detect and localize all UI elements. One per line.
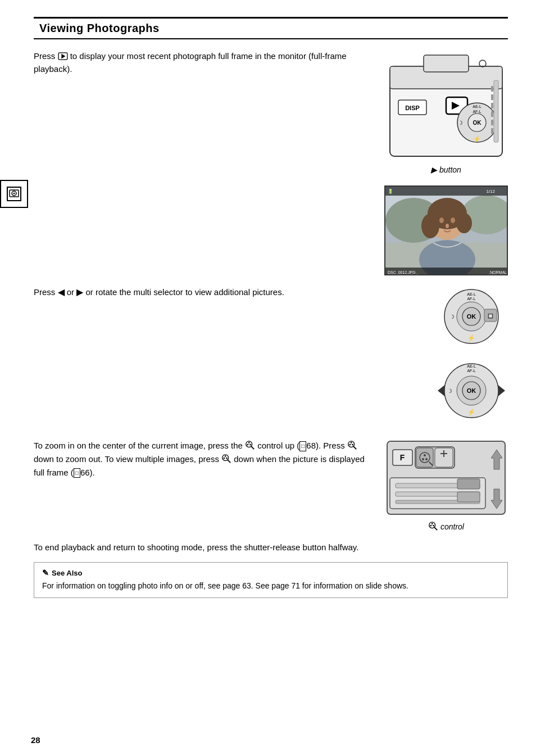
control-caption: control [428, 519, 464, 531]
svg-text:☽: ☽ [447, 388, 452, 394]
page-container: Viewing Photographs Press to display you… [0, 0, 536, 756]
svg-text:AF-L: AF-L [473, 110, 481, 114]
see-also-box: ✎ See Also For information on toggling p… [34, 562, 508, 598]
section-2-text: Press ◀ or ▶ or rotate the multi selecto… [34, 286, 435, 300]
svg-line-107 [434, 527, 437, 530]
svg-text:⚡: ⚡ [467, 334, 475, 342]
left-arrow-icon: ◀ [58, 287, 65, 297]
svg-text:☽: ☽ [458, 120, 463, 126]
svg-text:F: F [400, 453, 405, 462]
svg-text:☽: ☽ [449, 314, 455, 320]
or-label-1: or [67, 287, 77, 297]
section-1-text: Press to display your most recent photog… [34, 49, 384, 76]
svg-rect-8 [424, 55, 469, 72]
zoom-icon-caption [428, 521, 438, 531]
section-3-image: F [384, 438, 508, 531]
photo-frame: 🔋 1/12 DSC_0012.JPG 15/04/2011 11:08:49 … [384, 185, 508, 275]
see-also-title-row: ✎ See Also [42, 568, 499, 577]
multi-selector-2-rotate: OK AE-L AF-L ⚡ ☽ [435, 354, 508, 427]
svg-point-105 [430, 525, 432, 527]
photo-display-row: 🔋 1/12 DSC_0012.JPG 15/04/2011 11:08:49 … [34, 185, 508, 275]
svg-line-83 [228, 460, 230, 463]
section-3: To zoom in on the center of the current … [34, 438, 508, 531]
svg-text:🔲: 🔲 [488, 313, 493, 319]
camera-top-diagram: DISP OK AE-L AF-L ⚡ ☽ ☀ [384, 49, 508, 162]
svg-rect-22 [494, 80, 498, 142]
svg-point-91 [422, 458, 424, 460]
section-2-paragraph: Press ◀ or ▶ or rotate the multi selecto… [34, 286, 424, 300]
svg-point-77 [352, 444, 353, 446]
svg-text:1/12: 1/12 [486, 189, 495, 194]
photo-display-area: 🔋 1/12 DSC_0012.JPG 15/04/2011 11:08:49 … [384, 185, 508, 275]
right-arrow-icon: ▶ [76, 287, 83, 297]
svg-point-72 [249, 444, 251, 446]
svg-text:AF-L: AF-L [467, 297, 475, 301]
svg-point-76 [349, 444, 351, 446]
svg-point-90 [424, 454, 426, 456]
svg-text:AF-L: AF-L [467, 369, 475, 373]
svg-rect-26 [491, 111, 493, 117]
section-2: Press ◀ or ▶ or rotate the multi selecto… [34, 286, 508, 427]
see-also-icon: ✎ [42, 568, 49, 577]
svg-point-92 [425, 458, 428, 460]
svg-point-39 [451, 218, 455, 223]
control-caption-text: control [440, 522, 464, 531]
svg-point-37 [456, 213, 472, 233]
book-ref-2: □ [74, 468, 80, 478]
svg-line-73 [251, 446, 254, 449]
svg-point-106 [433, 525, 434, 527]
page-title-bar: Viewing Photographs [34, 17, 508, 39]
svg-text:AE-L: AE-L [467, 292, 476, 296]
svg-rect-27 [491, 120, 493, 125]
multi-selector-1: OK AE-L AF-L ⚡ ☽ ☀ 🔲 [440, 286, 502, 347]
page-title: Viewing Photographs [39, 22, 502, 35]
svg-text:□3872×2592: □3872×2592 [488, 273, 507, 275]
svg-point-82 [226, 458, 228, 459]
book-ref-1: □ [299, 441, 306, 451]
svg-point-75 [351, 442, 352, 443]
section-4-text: To end playback and return to shooting m… [34, 542, 508, 552]
section-1-text-rest: to display your most recent photograph f… [34, 51, 347, 74]
svg-point-38 [439, 218, 444, 223]
svg-text:AE-L: AE-L [473, 105, 482, 108]
svg-rect-24 [491, 94, 493, 100]
svg-point-3 [13, 193, 15, 194]
svg-rect-102 [457, 492, 480, 502]
svg-text:AE-L: AE-L [467, 364, 476, 368]
section-1: Press to display your most recent photog… [34, 49, 508, 174]
button-caption: ▶ button [431, 165, 461, 174]
section-1-paragraph: Press to display your most recent photog… [34, 49, 373, 76]
svg-text:15/04/2011 11:08:49: 15/04/2011 11:08:49 [388, 273, 419, 275]
svg-point-104 [431, 523, 433, 524]
see-also-title-text: See Also [52, 569, 82, 577]
section-3-text: To zoom in on the center of the current … [34, 438, 384, 479]
section-3-paragraph: To zoom in on the center of the current … [34, 438, 373, 479]
see-also-body-text: For information on toggling photo info o… [42, 580, 499, 592]
section-4: To end playback and return to shooting m… [34, 542, 508, 552]
svg-text:⚡: ⚡ [473, 135, 481, 143]
svg-text:🔋: 🔋 [388, 188, 393, 194]
zoom-icon-inline-2 [347, 440, 357, 450]
page-number: 28 [31, 735, 40, 745]
svg-point-81 [224, 458, 225, 459]
svg-text:DISP: DISP [405, 105, 420, 111]
svg-rect-23 [491, 86, 493, 92]
svg-text:OK: OK [467, 313, 476, 320]
press-label-2: Press [34, 287, 58, 297]
svg-text:⚡: ⚡ [467, 408, 475, 416]
section-1-image: DISP OK AE-L AF-L ⚡ ☽ ☀ [384, 49, 508, 174]
zoom-icon-inline-1 [245, 440, 255, 450]
play-button-icon [58, 51, 68, 58]
camera-mode-indicator [0, 180, 28, 208]
section-2-text-rest: or rotate the multi selector to view add… [85, 287, 284, 297]
svg-rect-101 [457, 479, 480, 489]
svg-text:OK: OK [473, 120, 482, 126]
svg-point-71 [247, 444, 249, 446]
photo-svg: 🔋 1/12 DSC_0012.JPG 15/04/2011 11:08:49 … [385, 187, 508, 275]
zoom-icon-inline-3 [221, 454, 231, 464]
svg-point-36 [421, 214, 439, 238]
svg-rect-25 [491, 103, 493, 108]
svg-point-80 [225, 455, 226, 457]
svg-line-78 [353, 446, 356, 449]
section-2-image: OK AE-L AF-L ⚡ ☽ ☀ 🔲 O [435, 286, 508, 427]
